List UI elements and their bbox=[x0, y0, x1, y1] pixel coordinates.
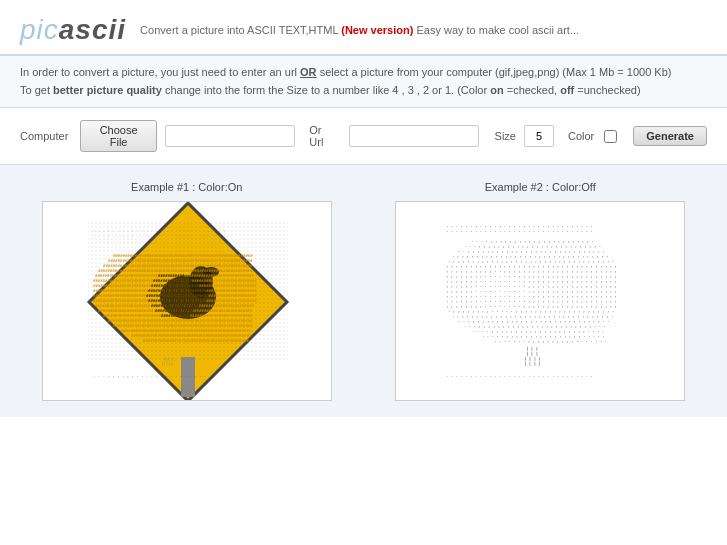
choose-file-button[interactable]: Choose File bbox=[80, 120, 157, 152]
svg-text:| | | |: | | | | bbox=[524, 361, 541, 366]
or-url-label: Or Url bbox=[309, 124, 336, 148]
computer-label: Computer bbox=[20, 130, 68, 142]
size-label: Size bbox=[495, 130, 516, 142]
examples-section: Example #1 : Color:On bbox=[0, 165, 727, 417]
logo: picascii bbox=[20, 14, 126, 46]
example2-svg: . . . . . . . . . . . . . . . . . . . . … bbox=[396, 202, 685, 401]
info-suffix2: change into the form the Size to a numbe… bbox=[165, 84, 487, 96]
info-suffix3: =unchecked) bbox=[577, 84, 640, 96]
header: picascii Convert a picture into ASCII TE… bbox=[0, 0, 727, 55]
example1-block: Example #1 : Color:On bbox=[20, 181, 354, 401]
example2-canvas: . . . . . . . . . . . . . . . . . . . . … bbox=[395, 201, 685, 401]
info-on: on bbox=[490, 84, 503, 96]
example1-svg: . . . . . . . . . . . . . . . . . . . . … bbox=[43, 202, 332, 401]
color-checkbox[interactable] bbox=[604, 130, 617, 143]
new-version-badge: (New version) bbox=[341, 24, 413, 36]
color-label: Color bbox=[568, 130, 594, 142]
header-desc-text: Convert a picture into ASCII TEXT,HTML bbox=[140, 24, 338, 36]
header-description: Convert a picture into ASCII TEXT,HTML (… bbox=[140, 24, 579, 36]
info-box: In order to convert a picture, you just … bbox=[0, 55, 727, 108]
header-desc-text2: Easy way to make cool ascii art... bbox=[416, 24, 579, 36]
example1-canvas: . . . . . . . . . . . . . . . . . . . . … bbox=[42, 201, 332, 401]
svg-text:. . . . . . . . . . . . . . . : . . . . . . . . . . . . . . . . . . . . … bbox=[446, 228, 593, 233]
svg-text:|||||: ||||| bbox=[161, 361, 173, 366]
example2-block: Example #2 : Color:Off . . . . . . . . .… bbox=[374, 181, 708, 401]
svg-text:############: ############ bbox=[161, 313, 190, 318]
example2-title: Example #2 : Color:Off bbox=[485, 181, 596, 193]
generate-button[interactable]: Generate bbox=[633, 126, 707, 146]
info-sep: =checked, bbox=[507, 84, 557, 96]
page-wrapper: picascii Convert a picture into ASCII TE… bbox=[0, 0, 727, 545]
file-display bbox=[165, 125, 295, 147]
controls-bar: Computer Choose File Or Url Size Color G… bbox=[0, 108, 727, 165]
svg-text:##############################: ########################################… bbox=[143, 338, 250, 343]
info-prefix2: To get bbox=[20, 84, 50, 96]
info-or: OR bbox=[300, 66, 317, 78]
info-line1: In order to convert a picture, you just … bbox=[20, 64, 707, 82]
info-line2: To get better picture quality change int… bbox=[20, 82, 707, 100]
info-off: off bbox=[560, 84, 574, 96]
logo-pic: pic bbox=[20, 14, 59, 45]
info-bold: better picture quality bbox=[53, 84, 162, 96]
svg-text:. . . . . . . , , , , , , , , : . . . . . . . , , , , , , , , , , . . . … bbox=[494, 338, 607, 343]
info-suffix: select a picture from your computer (gif… bbox=[320, 66, 672, 78]
info-prefix: In order to convert a picture, you just … bbox=[20, 66, 297, 78]
url-input[interactable] bbox=[349, 125, 479, 147]
logo-ascii: ascii bbox=[59, 14, 126, 45]
svg-text:. . . . . . . . . . . . . . . : . . . . . . . . . . . . . . . . . . . . … bbox=[446, 373, 593, 378]
size-input[interactable] bbox=[524, 125, 554, 147]
svg-text:. . . . , , , , , . . . . . , : . . . . , , , , , . . . . . , , . . . . … bbox=[93, 373, 206, 378]
example1-title: Example #1 : Color:On bbox=[131, 181, 242, 193]
svg-text:. . . . . . . . . . . . . . . : . . . . . . . . . . . . . . . . . . . . … bbox=[93, 238, 225, 243]
